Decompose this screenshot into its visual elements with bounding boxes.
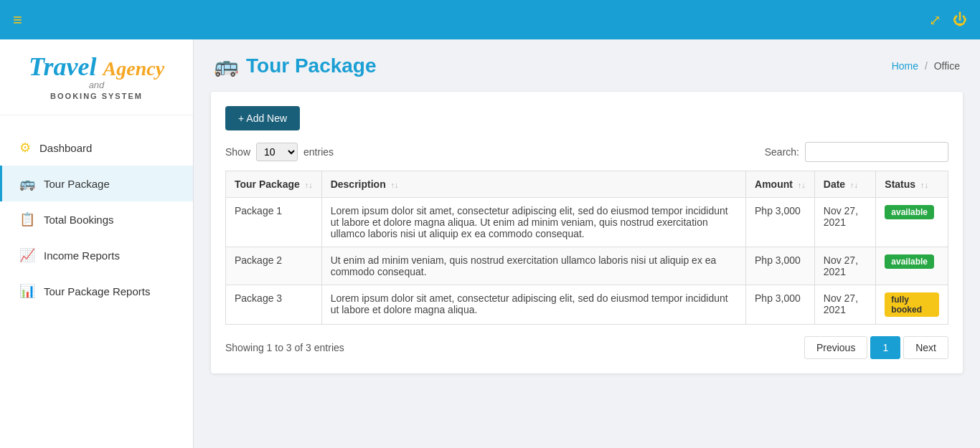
income-icon: 📈 bbox=[19, 247, 35, 263]
content-card: + Add New Show 10 25 50 100 entries Sear… bbox=[211, 92, 963, 373]
previous-button[interactable]: Previous bbox=[804, 336, 867, 359]
sidebar-item-income-reports-label: Income Reports bbox=[44, 249, 120, 262]
breadcrumb-separator: / bbox=[925, 60, 928, 72]
col-description[interactable]: Description ↑↓ bbox=[321, 171, 745, 198]
logo-sub: BOOKING SYSTEM bbox=[14, 92, 179, 100]
cell-name-0: Package 1 bbox=[226, 198, 322, 247]
show-entries: Show 10 25 50 100 entries bbox=[225, 143, 334, 161]
cell-status-2: fully booked bbox=[876, 285, 948, 325]
page-1-button[interactable]: 1 bbox=[870, 336, 900, 359]
layout: Travel Agency and BOOKING SYSTEM ⚙ Dashb… bbox=[0, 39, 980, 448]
fullscreen-icon[interactable]: ⤢ bbox=[929, 11, 941, 29]
cell-date-1: Nov 27, 2021 bbox=[814, 247, 876, 285]
sort-icon-amount: ↑↓ bbox=[798, 181, 806, 189]
cell-status-0: available bbox=[876, 198, 948, 247]
breadcrumb-current: Office bbox=[934, 60, 960, 72]
cell-name-2: Package 3 bbox=[226, 285, 322, 325]
sort-icon-desc: ↑↓ bbox=[391, 181, 399, 189]
breadcrumb: Home / Office bbox=[892, 60, 960, 72]
topbar: ≡ ⤢ ⏻ bbox=[0, 0, 980, 39]
sidebar: Travel Agency and BOOKING SYSTEM ⚙ Dashb… bbox=[0, 39, 194, 448]
table-row: Package 3 Lorem ipsum dolor sit amet, co… bbox=[226, 285, 948, 325]
status-badge-2: fully booked bbox=[885, 292, 939, 317]
cell-desc-0: Lorem ipsum dolor sit amet, consectetur … bbox=[321, 198, 745, 247]
sidebar-item-dashboard-label: Dashboard bbox=[39, 142, 92, 154]
pagination-info: Showing 1 to 3 of 3 entries bbox=[225, 342, 344, 353]
page-title-area: 🚌 Tour Package bbox=[214, 54, 377, 77]
table-controls: Show 10 25 50 100 entries Search: bbox=[225, 142, 948, 162]
entries-select[interactable]: 10 25 50 100 bbox=[256, 143, 298, 161]
entries-label: entries bbox=[303, 146, 334, 158]
pagination-area: Showing 1 to 3 of 3 entries Previous 1 N… bbox=[225, 336, 948, 359]
sidebar-item-tour-package-reports-label: Tour Package Reports bbox=[44, 285, 150, 297]
breadcrumb-home[interactable]: Home bbox=[892, 60, 918, 72]
cell-amount-1: Php 3,000 bbox=[746, 247, 815, 285]
status-badge-1: available bbox=[885, 254, 934, 269]
table-body: Package 1 Lorem ipsum dolor sit amet, co… bbox=[226, 198, 948, 325]
main-content: 🚌 Tour Package Home / Office + Add New S… bbox=[194, 39, 980, 448]
sidebar-item-total-bookings[interactable]: 📋 Total Bookings bbox=[0, 201, 193, 237]
data-table: Tour Package ↑↓ Description ↑↓ Amount ↑↓… bbox=[225, 171, 948, 325]
bookings-icon: 📋 bbox=[19, 211, 35, 227]
power-icon[interactable]: ⏻ bbox=[953, 11, 967, 28]
bus-icon: 🚌 bbox=[19, 176, 35, 191]
sidebar-item-tour-package-reports[interactable]: 📊 Tour Package Reports bbox=[0, 273, 193, 309]
status-badge-0: available bbox=[885, 205, 934, 219]
sort-icon-package: ↑↓ bbox=[305, 181, 313, 189]
dashboard-icon: ⚙ bbox=[19, 140, 31, 156]
sort-icon-status: ↑↓ bbox=[920, 181, 928, 189]
cell-name-1: Package 2 bbox=[226, 247, 322, 285]
col-tour-package[interactable]: Tour Package ↑↓ bbox=[226, 171, 322, 198]
page-title: Tour Package bbox=[246, 54, 377, 77]
topbar-right: ⤢ ⏻ bbox=[929, 11, 967, 29]
cell-desc-2: Lorem ipsum dolor sit amet, consectetur … bbox=[321, 285, 745, 325]
table-row: Package 1 Lorem ipsum dolor sit amet, co… bbox=[226, 198, 948, 247]
col-status[interactable]: Status ↑↓ bbox=[876, 171, 948, 198]
cell-date-2: Nov 27, 2021 bbox=[814, 285, 876, 325]
sidebar-item-tour-package[interactable]: 🚌 Tour Package bbox=[0, 166, 193, 201]
sidebar-item-dashboard[interactable]: ⚙ Dashboard bbox=[0, 130, 193, 166]
sidebar-item-income-reports[interactable]: 📈 Income Reports bbox=[0, 237, 193, 273]
show-label: Show bbox=[225, 146, 250, 158]
sidebar-item-tour-package-label: Tour Package bbox=[44, 178, 110, 190]
cell-desc-1: Ut enim ad minim veniam, quis nostrud ex… bbox=[321, 247, 745, 285]
sidebar-item-total-bookings-label: Total Bookings bbox=[44, 214, 114, 226]
cell-status-1: available bbox=[876, 247, 948, 285]
sort-icon-date: ↑↓ bbox=[850, 181, 858, 189]
cell-amount-2: Php 3,000 bbox=[746, 285, 815, 325]
add-new-button[interactable]: + Add New bbox=[225, 106, 300, 130]
pagination-buttons: Previous 1 Next bbox=[804, 336, 948, 359]
col-date[interactable]: Date ↑↓ bbox=[814, 171, 876, 198]
col-amount[interactable]: Amount ↑↓ bbox=[746, 171, 815, 198]
reports-icon: 📊 bbox=[19, 283, 35, 299]
logo-area: Travel Agency and BOOKING SYSTEM bbox=[0, 39, 193, 115]
table-row: Package 2 Ut enim ad minim veniam, quis … bbox=[226, 247, 948, 285]
logo-and: and bbox=[14, 80, 179, 90]
cell-amount-0: Php 3,000 bbox=[746, 198, 815, 247]
page-bus-icon: 🚌 bbox=[214, 54, 239, 77]
cell-date-0: Nov 27, 2021 bbox=[814, 198, 876, 247]
topbar-left: ≡ bbox=[13, 11, 22, 29]
search-label: Search: bbox=[765, 146, 799, 158]
search-input[interactable] bbox=[805, 142, 948, 162]
hamburger-icon[interactable]: ≡ bbox=[13, 11, 22, 29]
search-box: Search: bbox=[765, 142, 948, 162]
logo-travel: Travel Agency bbox=[14, 54, 179, 80]
table-header-row: Tour Package ↑↓ Description ↑↓ Amount ↑↓… bbox=[226, 171, 948, 198]
next-button[interactable]: Next bbox=[903, 336, 948, 359]
page-header: 🚌 Tour Package Home / Office bbox=[194, 39, 980, 85]
nav-menu: ⚙ Dashboard 🚌 Tour Package 📋 Total Booki… bbox=[0, 115, 193, 323]
